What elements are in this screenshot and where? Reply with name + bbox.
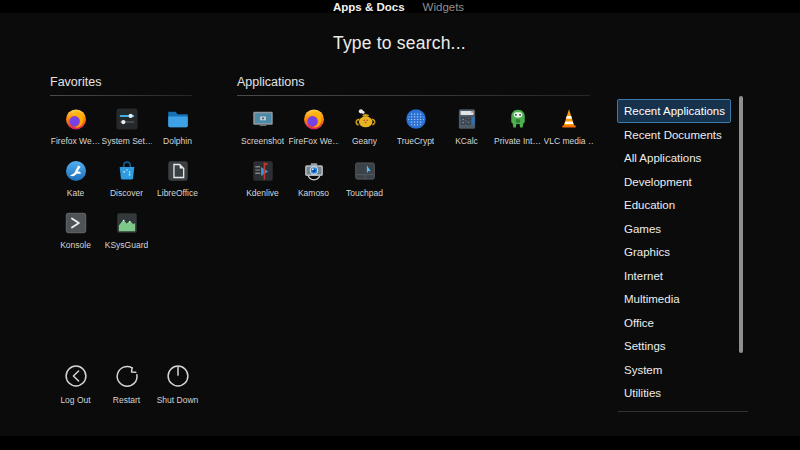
svg-text:×: × bbox=[462, 121, 464, 125]
app-label: VLC media … bbox=[544, 136, 594, 146]
svg-text:+: + bbox=[462, 117, 464, 121]
power-label: Log Out bbox=[60, 395, 90, 405]
dolphin-icon bbox=[165, 106, 191, 132]
favorites-grid: Firefox We…System Set…DolphinKateDiscove… bbox=[50, 102, 203, 258]
truecrypt-icon bbox=[403, 106, 429, 132]
geany-icon bbox=[352, 106, 378, 132]
app-tile-discover[interactable]: Discover bbox=[101, 154, 152, 206]
category-item-all-applications[interactable]: All Applications bbox=[617, 146, 731, 170]
app-label: Dolphin bbox=[163, 136, 192, 146]
category-item-office[interactable]: Office bbox=[617, 311, 731, 335]
app-tile-geany[interactable]: Geany bbox=[339, 102, 390, 154]
app-tile-firefox-we[interactable]: FireFox We… bbox=[288, 102, 339, 154]
screenshot-icon bbox=[250, 106, 276, 132]
applications-section: Applications ScreenshotFireFox We…GeanyT… bbox=[237, 75, 594, 206]
pia-icon bbox=[505, 106, 531, 132]
app-label: Kdenlive bbox=[246, 188, 279, 198]
app-tile-libreoffice[interactable]: LibreOffice bbox=[152, 154, 203, 206]
app-label: Discover bbox=[110, 188, 143, 198]
app-tile-ksysguard[interactable]: KSysGuard bbox=[101, 206, 152, 258]
firefox-icon bbox=[63, 106, 89, 132]
app-label: Konsole bbox=[60, 240, 91, 250]
category-list: Recent ApplicationsRecent DocumentsAll A… bbox=[617, 99, 731, 405]
app-label: TrueCrypt bbox=[397, 136, 434, 146]
category-item-graphics[interactable]: Graphics bbox=[617, 240, 731, 264]
app-label: Kamoso bbox=[298, 188, 329, 198]
app-label: System Set… bbox=[102, 136, 152, 146]
libreoffice-icon bbox=[165, 158, 191, 184]
category-item-settings[interactable]: Settings bbox=[617, 334, 731, 358]
category-item-internet[interactable]: Internet bbox=[617, 264, 731, 288]
konsole-icon bbox=[63, 210, 89, 236]
applications-grid: ScreenshotFireFox We…GeanyTrueCrypt+−×÷K… bbox=[237, 102, 594, 206]
restart-icon bbox=[113, 362, 141, 390]
app-tile-kdenlive[interactable]: Kdenlive bbox=[237, 154, 288, 206]
app-tile-kate[interactable]: Kate bbox=[50, 154, 101, 206]
category-scrollbar[interactable] bbox=[739, 96, 743, 353]
app-label: Geany bbox=[352, 136, 377, 146]
app-label: KSysGuard bbox=[105, 240, 148, 250]
category-item-recent-applications[interactable]: Recent Applications bbox=[617, 99, 731, 123]
category-item-multimedia[interactable]: Multimedia bbox=[617, 287, 731, 311]
power-label: Shut Down bbox=[157, 395, 199, 405]
favorites-divider bbox=[50, 95, 192, 96]
app-tile-touchpad[interactable]: Touchpad bbox=[339, 154, 390, 206]
app-label: Kate bbox=[67, 188, 85, 198]
app-tile-truecrypt[interactable]: TrueCrypt bbox=[390, 102, 441, 154]
search-input[interactable]: Type to search... bbox=[333, 33, 466, 54]
app-label: FireFox We… bbox=[289, 136, 339, 146]
tab-widgets[interactable]: Widgets bbox=[423, 1, 465, 13]
tab-apps-docs[interactable]: Apps & Docs bbox=[333, 1, 405, 13]
category-list-divider bbox=[618, 411, 748, 412]
kamoso-icon bbox=[301, 158, 327, 184]
restart-button[interactable]: Restart bbox=[101, 362, 152, 410]
shutdown-icon bbox=[164, 362, 192, 390]
system-settings-icon bbox=[114, 106, 140, 132]
logout-icon bbox=[62, 362, 90, 390]
category-item-utilities[interactable]: Utilities bbox=[617, 381, 731, 405]
app-tile-kamoso[interactable]: Kamoso bbox=[288, 154, 339, 206]
category-item-system[interactable]: System bbox=[617, 358, 731, 382]
favorites-title: Favorites bbox=[50, 75, 203, 89]
svg-text:−: − bbox=[467, 117, 469, 121]
app-tile-konsole[interactable]: Konsole bbox=[50, 206, 101, 258]
favorites-section: Favorites Firefox We…System Set…DolphinK… bbox=[50, 75, 203, 258]
tab-bar: Apps & Docs Widgets bbox=[333, 1, 464, 13]
shut-down-button[interactable]: Shut Down bbox=[152, 362, 203, 410]
app-tile-screenshot[interactable]: Screenshot bbox=[237, 102, 288, 154]
app-label: Private Int… bbox=[494, 136, 541, 146]
power-actions: Log OutRestartShut Down bbox=[50, 362, 203, 410]
category-item-development[interactable]: Development bbox=[617, 170, 731, 194]
category-item-games[interactable]: Games bbox=[617, 217, 731, 241]
touchpad-icon bbox=[352, 158, 378, 184]
app-tile-firefox-we[interactable]: Firefox We… bbox=[50, 102, 101, 154]
firefox-icon bbox=[301, 106, 327, 132]
log-out-button[interactable]: Log Out bbox=[50, 362, 101, 410]
app-tile-dolphin[interactable]: Dolphin bbox=[152, 102, 203, 154]
category-item-education[interactable]: Education bbox=[617, 193, 731, 217]
app-label: Touchpad bbox=[346, 188, 383, 198]
kcalc-icon: +−×÷ bbox=[454, 106, 480, 132]
app-tile-kcalc[interactable]: +−×÷KCalc bbox=[441, 102, 492, 154]
app-tile-private-int[interactable]: Private Int… bbox=[492, 102, 543, 154]
app-tile-vlc-media[interactable]: VLC media … bbox=[543, 102, 594, 154]
discover-icon bbox=[114, 158, 140, 184]
app-label: LibreOffice bbox=[157, 188, 198, 198]
kate-icon bbox=[63, 158, 89, 184]
svg-text:÷: ÷ bbox=[467, 121, 469, 125]
app-label: KCalc bbox=[455, 136, 478, 146]
ksysguard-icon bbox=[114, 210, 140, 236]
app-label: Firefox We… bbox=[51, 136, 100, 146]
applications-divider bbox=[237, 95, 590, 96]
applications-title: Applications bbox=[237, 75, 594, 89]
kdenlive-icon bbox=[250, 158, 276, 184]
category-item-recent-documents[interactable]: Recent Documents bbox=[617, 123, 731, 147]
app-label: Screenshot bbox=[241, 136, 284, 146]
vlc-icon bbox=[556, 106, 582, 132]
app-tile-system-set[interactable]: System Set… bbox=[101, 102, 152, 154]
power-label: Restart bbox=[113, 395, 140, 405]
